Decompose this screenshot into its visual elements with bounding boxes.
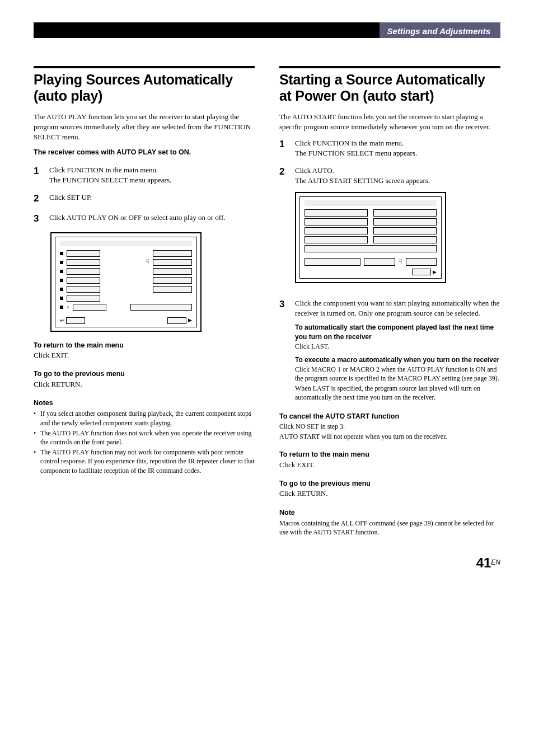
note-item: The AUTO PLAY function may not work for … bbox=[34, 448, 255, 475]
return-icon: ↩ bbox=[60, 317, 64, 325]
step-text: The AUTO START SETTING screen appears. bbox=[295, 176, 500, 186]
step-text: The FUNCTION SELECT menu appears. bbox=[49, 175, 255, 185]
auto-last-body: Click LAST. bbox=[295, 342, 500, 351]
right-steps: 1 Click FUNCTION in the main menu. The F… bbox=[279, 138, 500, 403]
auto-last-heading: To automatically start the component pla… bbox=[295, 323, 500, 342]
note-item: If you select another component during p… bbox=[34, 409, 255, 427]
return-main-heading: To return to the main menu bbox=[34, 341, 255, 351]
right-column: Starting a Source Automatically at Power… bbox=[279, 66, 500, 537]
note-heading: Note bbox=[279, 508, 500, 518]
prev-menu-heading: To go to the previous menu bbox=[34, 369, 255, 379]
step-text: Click AUTO. bbox=[295, 166, 500, 176]
forward-icon: ▶ bbox=[188, 317, 192, 324]
macro-heading: To execute a macro automatically when yo… bbox=[295, 355, 500, 365]
step-text: Click the component you want to start pl… bbox=[295, 298, 500, 318]
step-text: Click AUTO PLAY ON or OFF to select auto… bbox=[49, 213, 255, 223]
notes-heading: Notes bbox=[34, 398, 255, 408]
return-main-body: Click EXIT. bbox=[34, 350, 255, 360]
page-number-suffix: EN bbox=[491, 558, 500, 566]
note-body: Macros containing the ALL OFF command (s… bbox=[279, 519, 500, 537]
step-text: Click SET UP. bbox=[49, 192, 255, 203]
return-main-body: Click EXIT. bbox=[279, 460, 500, 470]
section-rule bbox=[279, 66, 500, 68]
step-number: 1 bbox=[279, 138, 287, 158]
right-title: Starting a Source Automatically at Power… bbox=[279, 72, 500, 104]
cancel-heading: To cancel the AUTO START function bbox=[279, 412, 500, 422]
prev-menu-body: Click RETURN. bbox=[279, 489, 500, 499]
note-item: The AUTO PLAY function does not work whe… bbox=[34, 429, 255, 447]
cancel-body: Click NO SET in step 3. bbox=[279, 422, 500, 431]
step-text: The FUNCTION SELECT menu appears. bbox=[295, 148, 500, 158]
return-main-heading: To return to the main menu bbox=[279, 450, 500, 460]
step-text: Click FUNCTION in the main menu. bbox=[49, 165, 255, 175]
left-intro: The AUTO PLAY function lets you set the … bbox=[34, 112, 255, 143]
step-number: 2 bbox=[34, 192, 41, 205]
header-band: Settings and Adjustments bbox=[34, 22, 500, 38]
left-default-note: The receiver comes with AUTO PLAY set to… bbox=[34, 148, 255, 158]
pointer-icon: ☟ bbox=[146, 257, 149, 266]
right-intro: The AUTO START function lets you set the… bbox=[279, 112, 500, 132]
pointer-icon: ☟ bbox=[399, 257, 402, 266]
left-column: Playing Sources Automatically (auto play… bbox=[34, 66, 255, 537]
step-number: 1 bbox=[34, 165, 41, 185]
step-text: Click FUNCTION in the main menu. bbox=[295, 138, 500, 148]
function-select-screen: ☟ ♪ ↩ ▶ bbox=[50, 232, 202, 332]
step-number: 3 bbox=[34, 212, 41, 226]
prev-menu-heading: To go to the previous menu bbox=[279, 479, 500, 489]
step-number: 2 bbox=[279, 165, 287, 290]
section-rule bbox=[34, 66, 255, 68]
page-number-value: 41 bbox=[476, 555, 491, 570]
macro-body: When LAST is specified, the program sour… bbox=[295, 384, 500, 402]
step-number: 3 bbox=[279, 298, 287, 403]
prev-menu-body: Click RETURN. bbox=[34, 379, 255, 389]
auto-start-screen: ☟ ▶ bbox=[295, 192, 446, 283]
notes-list: If you select another component during p… bbox=[34, 409, 255, 475]
page-number: 41EN bbox=[34, 553, 500, 572]
forward-icon: ▶ bbox=[433, 269, 437, 276]
macro-body: Click MACRO 1 or MACRO 2 when the AUTO P… bbox=[295, 365, 500, 383]
section-band-label: Settings and Adjustments bbox=[380, 22, 500, 38]
cancel-body: AUTO START will not operate when you tur… bbox=[279, 432, 500, 441]
left-steps: 1 Click FUNCTION in the main menu. The F… bbox=[34, 165, 255, 226]
left-title: Playing Sources Automatically (auto play… bbox=[34, 72, 255, 104]
